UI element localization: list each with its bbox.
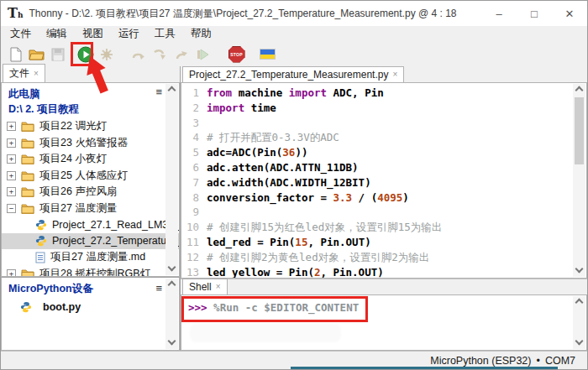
tree-item-p28[interactable]: +项目28 摇杆控制RGB灯	[2, 266, 179, 278]
stop-restart-button[interactable]: STOP	[226, 44, 247, 65]
folder-icon	[21, 121, 34, 132]
shell-scrollbar[interactable]	[573, 296, 585, 349]
scroll-up-icon[interactable]	[575, 86, 584, 95]
expander-icon[interactable]: −	[7, 204, 16, 213]
menu-help[interactable]: 帮助	[183, 26, 219, 42]
expander-icon[interactable]: +	[7, 187, 16, 196]
scroll-down-icon[interactable]	[575, 337, 584, 346]
scroll-up-icon[interactable]	[168, 281, 176, 289]
minimize-button[interactable]: –	[481, 1, 517, 26]
language-flag-button[interactable]	[257, 44, 278, 65]
menu-edit[interactable]: 编辑	[39, 26, 75, 42]
device-file-list: boot.py	[2, 299, 179, 315]
current-path-link[interactable]: D:\ 2. 项目教程	[2, 102, 179, 118]
debug-bug-icon	[99, 47, 114, 62]
tree-item-p27-2[interactable]: Project_27.2_Temperature_M	[2, 233, 179, 250]
tree-item-label: 项目28 摇杆控制RGB灯	[39, 267, 150, 277]
interpreter-label[interactable]: MicroPython (ESP32)	[430, 355, 531, 367]
toolbar: STOP	[1, 42, 587, 66]
scrollbar-thumb[interactable]	[575, 97, 584, 164]
device-scrollbar[interactable]	[165, 279, 178, 349]
menu-file[interactable]: 文件	[3, 26, 39, 42]
step-out-button	[171, 44, 192, 65]
tree-item-label: Project_27.2_Temperature_M	[52, 235, 179, 247]
shell-tab-label: Shell	[189, 281, 212, 293]
tree-item-p22[interactable]: +项目22 调光灯	[2, 118, 179, 135]
device-menu-icon[interactable]: ≡	[155, 283, 162, 294]
tree-item-p26[interactable]: +项目26 声控风扇	[2, 184, 179, 201]
files-scrollbar[interactable]	[165, 84, 178, 275]
line-number: 13	[181, 265, 207, 279]
maximize-button[interactable]: □	[517, 1, 552, 26]
tab-files[interactable]: 文件 ×	[3, 64, 45, 82]
tab-shell[interactable]: Shell ×	[182, 279, 228, 294]
shell-tab-close-icon[interactable]: ×	[216, 283, 221, 291]
blurred-output	[190, 324, 341, 342]
resume-button	[192, 44, 213, 65]
shell-prompt: >>>	[188, 301, 207, 314]
files-tab-close-icon[interactable]: ×	[34, 70, 39, 78]
run-icon	[77, 46, 94, 63]
line-number: 6	[181, 160, 207, 175]
tree-item-p25[interactable]: +项目25 人体感应灯	[2, 168, 179, 185]
scroll-up-icon[interactable]	[168, 86, 176, 95]
stop-sign-icon: STOP	[228, 46, 245, 63]
device-file-boot.py[interactable]: boot.py	[2, 299, 179, 315]
editor-area: Project_27.2_Temperature_Measurement.py …	[181, 66, 587, 351]
code-line-13: 13led_yellow = Pin(2, Pin.OUT)	[181, 265, 586, 279]
tree-item-p24[interactable]: +项目24 小夜灯	[2, 151, 179, 168]
tree-item-label: 项目22 调光灯	[39, 119, 107, 133]
save-file-button	[47, 44, 68, 65]
expander-icon[interactable]: +	[7, 122, 16, 131]
scroll-down-icon[interactable]	[168, 263, 176, 272]
tab-editor-file[interactable]: Project_27.2_Temperature_Measurement.py …	[182, 66, 404, 82]
folder-icon	[21, 138, 34, 149]
code-line-8: 8conversion_factor = 3.3 / (4095)	[181, 190, 586, 206]
run-current-script-button[interactable]	[75, 44, 96, 65]
code-line-3: 3	[181, 116, 586, 131]
scroll-down-icon[interactable]	[168, 337, 176, 346]
expander-icon[interactable]: +	[7, 138, 16, 148]
folder-icon	[21, 170, 34, 181]
tree-item-label: 项目27 温度测量	[39, 201, 117, 216]
menu-view[interactable]: 视图	[75, 26, 111, 42]
open-file-button[interactable]	[26, 44, 47, 65]
expander-icon[interactable]: +	[7, 171, 16, 180]
line-number: 11	[181, 235, 207, 250]
micropython-device-panel: MicroPython设备 ≡ boot.py	[1, 277, 180, 351]
tree-item-label: 项目27 温度测量.md	[50, 250, 145, 264]
tree-item-p27-md[interactable]: 项目27 温度测量.md	[2, 249, 179, 266]
editor-scrollbar[interactable]	[573, 84, 585, 277]
scroll-up-icon[interactable]	[575, 299, 584, 307]
folder-icon	[21, 186, 34, 197]
files-menu-icon[interactable]: ≡	[155, 86, 162, 97]
tree-item-label: 项目24 小夜灯	[39, 152, 107, 166]
shell-prompt-line: >>> %Run -c $EDITOR_CONTENT	[181, 295, 586, 315]
folder-icon	[21, 268, 34, 277]
shell-panel[interactable]: >>> %Run -c $EDITOR_CONTENT	[181, 294, 587, 351]
this-computer-link[interactable]: 此电脑	[2, 83, 179, 102]
new-file-button[interactable]	[5, 44, 26, 65]
expander-icon[interactable]: +	[7, 269, 16, 277]
tree-item-p27-1[interactable]: Project_27.1_Read_LM35_Te	[2, 216, 179, 233]
menu-run[interactable]: 运行	[111, 26, 147, 42]
open-folder-icon	[29, 48, 45, 61]
python-file-icon	[35, 219, 47, 231]
taskbar-sliver	[291, 367, 558, 369]
tree-item-label: 项目25 人体感应灯	[39, 169, 128, 183]
step-over-icon	[131, 49, 148, 60]
tree-item-p23[interactable]: +项目23 火焰警报器	[2, 135, 179, 152]
menu-tools[interactable]: 工具	[147, 26, 183, 42]
code-line-4: 4# 打开并配置0-3.3V的ADC	[181, 130, 586, 145]
port-label[interactable]: COM7	[545, 355, 575, 367]
expander-icon[interactable]: +	[7, 154, 16, 164]
code-editor[interactable]: 1from machine import ADC, Pin2import tim…	[181, 82, 587, 279]
file-tree: +项目22 调光灯+项目23 火焰警报器+项目24 小夜灯+项目25 人体感应灯…	[2, 118, 179, 277]
line-number: 10	[181, 220, 207, 235]
editor-tab-close-icon[interactable]: ×	[392, 70, 397, 79]
close-button[interactable]: ✕	[552, 1, 587, 26]
debug-current-script-button	[96, 44, 117, 65]
tree-item-p27[interactable]: −项目27 温度测量	[2, 201, 179, 217]
scroll-down-icon[interactable]	[575, 265, 584, 274]
line-number: 2	[181, 101, 207, 116]
